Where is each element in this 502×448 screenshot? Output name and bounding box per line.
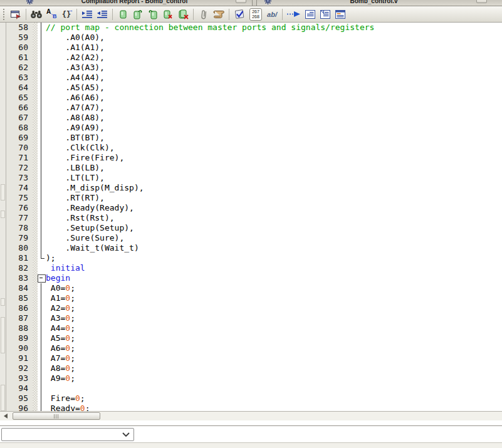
code-line[interactable]: 58// port map - connection between maste… — [6, 23, 502, 33]
code-text[interactable]: A2=0; — [46, 303, 502, 313]
scrollbar-thumb[interactable] — [13, 412, 100, 420]
code-text[interactable]: .Fire(Fire), — [46, 153, 502, 163]
format-header-button[interactable] — [333, 8, 348, 21]
code-line[interactable]: 81); — [6, 253, 502, 263]
code-line[interactable]: 66 .A7(A7), — [6, 103, 502, 113]
restore-button[interactable] — [236, 0, 246, 3]
code-text[interactable]: Ready=0; — [46, 404, 502, 411]
clear-bookmark-button[interactable] — [160, 8, 175, 21]
outdent-button[interactable] — [95, 8, 110, 21]
fold-collapse-icon[interactable] — [38, 273, 46, 283]
clear-all-bookmarks-button[interactable] — [175, 8, 191, 21]
titlebar-editor[interactable]: Bomb_control.v — [257, 0, 502, 6]
replace-button[interactable]: A → B — [44, 8, 59, 21]
code-text[interactable]: .Setup(Setup), — [46, 223, 502, 233]
scroll-left-icon[interactable] — [4, 414, 8, 419]
code-text[interactable]: A5=0; — [46, 333, 502, 343]
code-text[interactable]: .LT(LT), — [46, 173, 502, 183]
format-lines-button[interactable] — [303, 8, 318, 21]
code-text[interactable]: .A9(A9), — [46, 123, 502, 133]
code-text[interactable]: .A7(A7), — [46, 103, 502, 113]
code-line[interactable]: 67 .A8(A8), — [6, 113, 502, 123]
code-line[interactable]: 64 .A5(A5), — [6, 83, 502, 93]
restore-button[interactable] — [476, 0, 487, 3]
code-line[interactable]: 94 — [6, 383, 502, 393]
code-line[interactable]: 88 A4=0; — [6, 323, 502, 333]
code-line[interactable]: 71 .Fire(Fire), — [6, 153, 502, 163]
code-line[interactable]: 76 .Ready(Ready), — [6, 203, 502, 213]
line-count-indicator[interactable]: 267 268 — [247, 8, 264, 21]
code-line[interactable]: 83begin — [6, 273, 502, 283]
code-text[interactable]: A1=0; — [46, 293, 502, 303]
code-text[interactable]: A3=0; — [46, 313, 502, 323]
code-text[interactable]: .A2(A2), — [46, 53, 502, 63]
new-window-button[interactable] — [8, 8, 23, 21]
code-line[interactable]: 68 .A9(A9), — [6, 123, 502, 133]
code-text[interactable]: .Sure(Sure), — [46, 233, 502, 243]
match-brace-button[interactable]: {} → — [59, 8, 74, 21]
code-line[interactable]: 78 .Setup(Setup), — [6, 223, 502, 233]
code-line[interactable]: 72 .LB(LB), — [6, 163, 502, 173]
code-line[interactable]: 75 .RT(RT), — [6, 193, 502, 203]
code-line[interactable]: 96 Ready=0; — [6, 404, 502, 411]
code-line[interactable]: 65 .A6(A6), — [6, 93, 502, 103]
code-text[interactable] — [46, 383, 502, 393]
code-line[interactable]: 92 A8=0; — [6, 363, 502, 373]
code-text[interactable]: ); — [46, 253, 502, 263]
toolbar-grip[interactable] — [3, 9, 5, 20]
code-line[interactable]: 77 .Rst(Rst), — [6, 213, 502, 223]
code-text[interactable]: // port map - connection between master … — [46, 23, 502, 33]
code-text[interactable]: .Wait_t(Wait_t) — [46, 243, 502, 253]
previous-bookmark-button[interactable] — [145, 8, 160, 21]
comment-button[interactable]: ab/ — [264, 8, 280, 21]
code-text[interactable]: A9=0; — [46, 373, 502, 383]
code-line[interactable]: 93 A9=0; — [6, 373, 502, 383]
code-line[interactable]: 91 A7=0; — [6, 353, 502, 363]
code-line[interactable]: 87 A3=0; — [6, 313, 502, 323]
code-text[interactable]: Fire=0; — [46, 393, 502, 404]
code-text[interactable]: .Rst(Rst), — [46, 213, 502, 223]
code-text[interactable]: .A1(A1), — [46, 43, 502, 53]
code-line[interactable]: 80 .Wait_t(Wait_t) — [6, 243, 502, 253]
code-text[interactable]: A0=0; — [46, 283, 502, 293]
code-line[interactable]: 69 .BT(BT), — [6, 133, 502, 143]
code-line[interactable]: 74 .M_disp(M_disp), — [6, 183, 502, 193]
code-text[interactable]: .Clk(Clk), — [46, 143, 502, 153]
code-text[interactable]: .LB(LB), — [46, 163, 502, 173]
code-line[interactable]: 82 initial — [6, 263, 502, 273]
toggle-bookmark-button[interactable] — [115, 8, 130, 21]
code-text[interactable]: .M_disp(M_disp), — [46, 183, 502, 193]
code-text[interactable]: initial — [46, 263, 502, 273]
check-syntax-button[interactable] — [232, 8, 247, 21]
format-indent-button[interactable] — [318, 8, 333, 21]
code-text[interactable]: .BT(BT), — [46, 133, 502, 143]
code-line[interactable]: 70 .Clk(Clk), — [6, 143, 502, 153]
next-bookmark-button[interactable] — [130, 8, 145, 21]
code-line[interactable]: 84 A0=0; — [6, 283, 502, 293]
code-text[interactable]: .A4(A4), — [46, 73, 502, 83]
code-line[interactable]: 62 .A3(A3), — [6, 63, 502, 73]
goto-button[interactable] — [285, 8, 303, 21]
horizontal-scrollbar[interactable] — [0, 411, 502, 420]
code-line[interactable]: 63 .A4(A4), — [6, 73, 502, 83]
find-button[interactable] — [29, 8, 44, 21]
code-text[interactable]: .A3(A3), — [46, 63, 502, 73]
code-line[interactable]: 89 A5=0; — [6, 333, 502, 343]
code-text[interactable]: .Ready(Ready), — [46, 203, 502, 213]
code-line[interactable]: 79 .Sure(Sure), — [6, 233, 502, 243]
code-text[interactable]: A7=0; — [46, 353, 502, 363]
code-text[interactable]: A6=0; — [46, 343, 502, 353]
indent-button[interactable] — [80, 8, 95, 21]
code-line[interactable]: 60 .A1(A1), — [6, 43, 502, 53]
code-text[interactable]: .A6(A6), — [46, 93, 502, 103]
code-line[interactable]: 73 .LT(LT), — [6, 173, 502, 183]
titlebar-compilation-report[interactable]: Compilation Report - Bomb_control — [0, 0, 253, 6]
code-text[interactable]: A8=0; — [46, 363, 502, 373]
code-text[interactable]: begin — [46, 273, 502, 283]
macro-button[interactable] — [211, 8, 226, 21]
attach-button[interactable] — [196, 8, 211, 21]
code-line[interactable]: 95 Fire=0; — [6, 393, 502, 404]
code-text[interactable]: .A5(A5), — [46, 83, 502, 93]
code-line[interactable]: 61 .A2(A2), — [6, 53, 502, 63]
code-line[interactable]: 85 A1=0; — [6, 293, 502, 303]
